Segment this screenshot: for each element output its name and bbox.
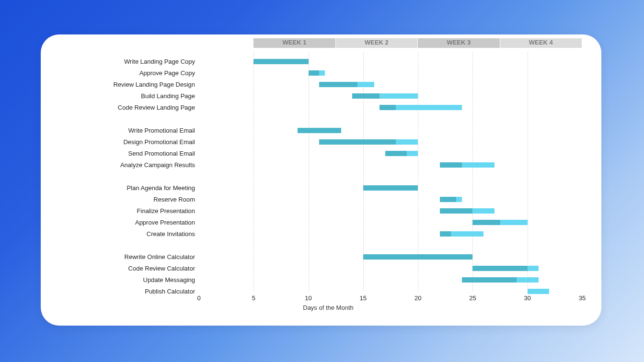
task-row: Plan Agenda for Meeting	[74, 183, 582, 193]
week-header-cell: WEEK 4	[500, 38, 582, 48]
task-bar-segment-secondary	[456, 197, 461, 202]
task-bar-segment-secondary	[396, 105, 461, 110]
task-label: Write Promotional Email	[80, 125, 195, 136]
task-bar-segment-primary	[440, 208, 473, 214]
task-row: Analyze Campaign Results	[74, 160, 582, 170]
task-bar-segment-secondary	[517, 277, 539, 283]
task-row: Rewrite Online Calculator	[74, 252, 582, 262]
task-bar-segment-secondary	[528, 266, 539, 271]
task-label: Approve Presentation	[80, 217, 195, 228]
task-bar	[440, 162, 494, 168]
x-axis-label: Days of the Month	[74, 304, 582, 311]
task-bar-segment-primary	[462, 277, 517, 283]
task-bar-segment-secondary	[319, 70, 324, 76]
task-bar-segment-primary	[440, 197, 456, 202]
task-bar-segment-secondary	[407, 151, 418, 156]
task-label: Publish Calculator	[80, 286, 195, 297]
task-row: Build Landing Page	[74, 91, 582, 102]
task-label: Analyze Campaign Results	[80, 160, 195, 170]
task-bar-segment-secondary	[357, 82, 374, 87]
task-bar-segment-primary	[385, 151, 407, 156]
task-bar	[440, 208, 494, 214]
task-label: Update Messaging	[80, 275, 195, 285]
task-bar-segment-primary	[363, 185, 418, 191]
task-bar	[440, 231, 483, 237]
task-bar	[253, 59, 308, 64]
task-label: Reserve Room	[80, 194, 195, 205]
task-label: Plan Agenda for Meeting	[80, 183, 195, 193]
chart-card: WEEK 1WEEK 2WEEK 3WEEK 405101520253035Wr…	[41, 34, 601, 326]
task-label: Code Review Landing Page	[80, 102, 195, 113]
task-bar-segment-primary	[363, 254, 473, 260]
task-bar	[363, 254, 473, 260]
task-row: Approve Page Copy	[74, 68, 582, 79]
task-row: Publish Calculator	[74, 286, 582, 297]
task-label: Approve Page Copy	[80, 68, 195, 79]
task-bar-segment-secondary	[528, 289, 550, 294]
task-bar	[352, 93, 418, 99]
task-bar	[363, 185, 418, 191]
task-bar-segment-secondary	[462, 162, 495, 168]
task-bar-segment-secondary	[380, 93, 418, 99]
week-header-cell: WEEK 2	[336, 38, 418, 48]
task-bar-segment-secondary	[472, 208, 494, 214]
task-bar-segment-primary	[253, 59, 308, 64]
task-bar-segment-primary	[352, 93, 380, 99]
task-bar	[472, 266, 538, 271]
task-bar-segment-secondary	[396, 139, 418, 145]
task-bar-segment-primary	[309, 70, 320, 76]
task-bar	[319, 82, 374, 87]
task-bar	[462, 277, 539, 283]
gantt-chart: WEEK 1WEEK 2WEEK 3WEEK 405101520253035Wr…	[74, 38, 582, 311]
task-label: Code Review Calculator	[80, 263, 195, 274]
task-bar	[309, 70, 325, 76]
task-label: Finalize Presentation	[80, 206, 195, 216]
task-bar	[528, 289, 550, 294]
task-row: Design Promotional Email	[74, 137, 582, 147]
week-header-cell: WEEK 1	[253, 38, 335, 48]
task-bar	[319, 139, 418, 145]
task-row: Create Invitations	[74, 229, 582, 239]
task-row: Finalize Presentation	[74, 206, 582, 216]
task-bar-segment-primary	[319, 82, 357, 87]
task-label: Review Landing Page Design	[80, 79, 195, 90]
task-bar	[380, 105, 461, 110]
task-row: Reserve Room	[74, 194, 582, 205]
task-bar-segment-primary	[472, 266, 527, 271]
task-label: Design Promotional Email	[80, 137, 195, 147]
task-label: Send Promotional Email	[80, 148, 195, 159]
task-bar-segment-primary	[440, 162, 462, 168]
task-bar-segment-primary	[380, 105, 396, 110]
task-row: Approve Presentation	[74, 217, 582, 228]
task-row: Write Landing Page Copy	[74, 57, 582, 67]
task-bar	[385, 151, 418, 156]
task-row: Write Promotional Email	[74, 125, 582, 136]
task-bar-segment-primary	[298, 128, 341, 133]
task-label: Write Landing Page Copy	[80, 57, 195, 67]
task-label: Create Invitations	[80, 229, 195, 239]
task-row: Code Review Landing Page	[74, 102, 582, 113]
task-bar-segment-secondary	[451, 231, 484, 237]
task-row: Update Messaging	[74, 275, 582, 285]
task-bar	[440, 197, 462, 202]
task-row: Review Landing Page Design	[74, 79, 582, 90]
week-header: WEEK 1WEEK 2WEEK 3WEEK 4	[253, 38, 582, 48]
week-header-cell: WEEK 3	[418, 38, 500, 48]
task-bar-segment-primary	[472, 220, 500, 225]
task-bar-segment-primary	[440, 231, 451, 237]
task-bar-segment-secondary	[500, 220, 528, 225]
task-bar	[298, 128, 341, 133]
task-bar-segment-primary	[319, 139, 396, 145]
task-row: Code Review Calculator	[74, 263, 582, 274]
task-label: Rewrite Online Calculator	[80, 252, 195, 262]
task-bar	[472, 220, 527, 225]
task-label: Build Landing Page	[80, 91, 195, 102]
task-row: Send Promotional Email	[74, 148, 582, 159]
